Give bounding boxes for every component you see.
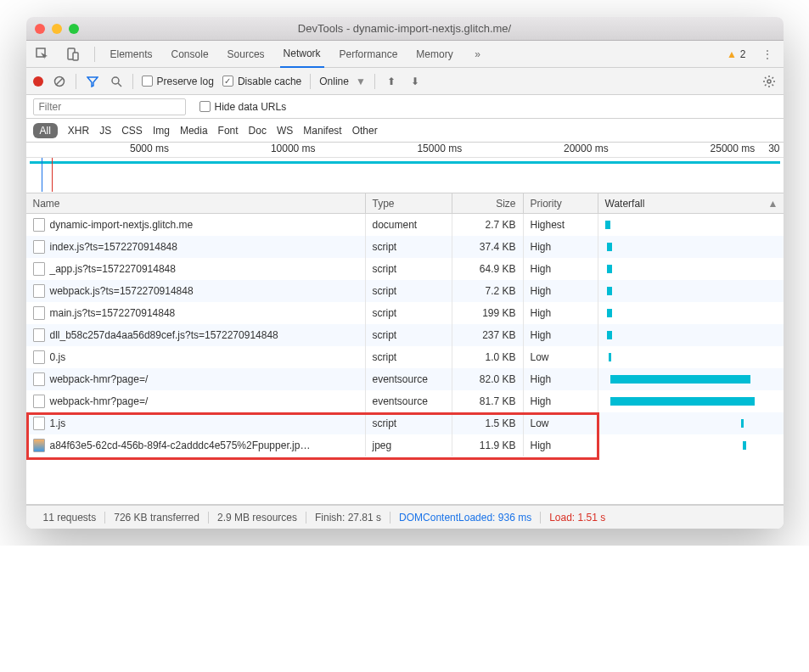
device-icon[interactable] [64, 45, 82, 64]
status-dcl: DOMContentLoaded: 936 ms [390, 512, 541, 524]
filter-img[interactable]: Img [153, 125, 170, 137]
request-size: 2.7 KB [452, 214, 524, 236]
request-type: script [366, 258, 452, 280]
file-icon [33, 240, 45, 254]
request-size: 7.2 KB [452, 280, 524, 302]
table-row[interactable]: main.js?ts=1572270914848script199 KBHigh [26, 302, 784, 324]
tab-performance[interactable]: Performance [336, 41, 402, 68]
tab-sources[interactable]: Sources [224, 41, 268, 68]
filter-input[interactable] [33, 98, 186, 115]
filter-icon[interactable] [85, 74, 100, 89]
table-row[interactable]: index.js?ts=1572270914848script37.4 KBHi… [26, 236, 784, 258]
file-icon [33, 262, 45, 276]
request-name: webpack.js?ts=1572270914848 [50, 285, 194, 297]
filter-xhr[interactable]: XHR [68, 125, 89, 137]
col-size[interactable]: Size [452, 193, 524, 213]
request-name: webpack-hmr?page=/ [50, 373, 149, 385]
request-size: 1.0 KB [452, 346, 524, 368]
record-button[interactable] [33, 76, 43, 87]
file-icon [33, 328, 45, 342]
request-waterfall [598, 214, 784, 236]
devtools-window: DevTools - dynamic-import-nextjs.glitch.… [26, 17, 784, 529]
request-waterfall [598, 236, 784, 258]
filter-css[interactable]: CSS [121, 125, 143, 137]
request-name: main.js?ts=1572270914848 [50, 307, 176, 319]
gear-icon[interactable] [761, 74, 777, 89]
request-name: dll_b58c257da4aa56d89cef.js?ts=157227091… [50, 329, 278, 341]
filter-other[interactable]: Other [352, 125, 378, 137]
col-waterfall[interactable]: Waterfall▲ [598, 193, 784, 213]
filter-doc[interactable]: Doc [249, 125, 267, 137]
filter-manifest[interactable]: Manifest [303, 125, 341, 137]
file-icon [33, 350, 45, 364]
kebab-icon[interactable]: ⋮ [758, 45, 777, 64]
throttle-select[interactable]: Online▼ [319, 76, 366, 87]
filter-media[interactable]: Media [180, 125, 208, 137]
request-priority: High [524, 302, 598, 324]
upload-icon[interactable]: ⬆ [384, 74, 399, 89]
warnings-badge[interactable]: ▲2 [727, 48, 746, 60]
tab-elements[interactable]: Elements [107, 41, 156, 68]
request-waterfall [598, 412, 784, 434]
filter-all[interactable]: All [33, 123, 58, 138]
request-priority: Low [524, 412, 598, 434]
request-priority: High [524, 236, 598, 258]
file-icon [33, 284, 45, 298]
window-title: DevTools - dynamic-import-nextjs.glitch.… [26, 22, 784, 35]
request-grid: Name Type Size Priority Waterfall▲ dynam… [26, 193, 784, 505]
tab-network[interactable]: Network [280, 41, 324, 68]
request-size: 237 KB [452, 324, 524, 346]
table-row[interactable]: dynamic-import-nextjs.glitch.medocument2… [26, 214, 784, 236]
status-requests: 11 requests [35, 512, 106, 524]
grid-header: Name Type Size Priority Waterfall▲ [26, 193, 784, 214]
table-row[interactable]: a84f63e5-62cd-456b-89f4-c2adddc4e575%2Fp… [26, 434, 784, 456]
request-priority: High [524, 324, 598, 346]
request-waterfall [598, 346, 784, 368]
inspect-icon[interactable] [33, 45, 52, 64]
hide-data-urls-checkbox[interactable]: Hide data URLs [199, 101, 287, 113]
search-icon[interactable] [109, 74, 124, 89]
table-row[interactable]: 1.jsscript1.5 KBLow [26, 412, 784, 434]
col-name[interactable]: Name [26, 193, 366, 213]
disable-cache-checkbox[interactable]: ✓Disable cache [222, 76, 301, 87]
request-name: 1.js [50, 417, 66, 429]
timeline-overview[interactable]: 5000 ms 10000 ms 15000 ms 20000 ms 25000… [26, 143, 784, 193]
filter-js[interactable]: JS [99, 125, 111, 137]
request-priority: High [524, 434, 598, 456]
request-type: script [366, 302, 452, 324]
request-type: script [366, 324, 452, 346]
status-finish: Finish: 27.81 s [306, 512, 390, 524]
network-toolbar: Preserve log ✓Disable cache Online▼ ⬆ ⬇ [26, 68, 784, 95]
col-type[interactable]: Type [366, 193, 452, 213]
tab-console[interactable]: Console [168, 41, 212, 68]
warning-icon: ▲ [727, 48, 737, 60]
more-tabs-icon[interactable]: » [469, 45, 487, 64]
download-icon[interactable]: ⬇ [407, 74, 423, 89]
request-waterfall [598, 434, 784, 456]
filter-font[interactable]: Font [218, 125, 239, 137]
request-waterfall [598, 324, 784, 346]
titlebar: DevTools - dynamic-import-nextjs.glitch.… [26, 17, 784, 41]
request-size: 82.0 KB [452, 368, 524, 390]
file-icon [33, 395, 45, 408]
request-priority: Low [524, 346, 598, 368]
filter-ws[interactable]: WS [277, 125, 293, 137]
table-row[interactable]: webpack-hmr?page=/eventsource82.0 KBHigh [26, 368, 784, 390]
table-row[interactable]: 0.jsscript1.0 KBLow [26, 346, 784, 368]
col-priority[interactable]: Priority [524, 193, 598, 213]
request-type: script [366, 280, 452, 302]
request-type: script [366, 236, 452, 258]
request-name: webpack-hmr?page=/ [50, 395, 149, 407]
table-row[interactable]: dll_b58c257da4aa56d89cef.js?ts=157227091… [26, 324, 784, 346]
table-row[interactable]: webpack.js?ts=1572270914848script7.2 KBH… [26, 280, 784, 302]
request-priority: Highest [524, 214, 598, 236]
request-size: 64.9 KB [452, 258, 524, 280]
request-type: eventsource [366, 368, 452, 390]
preserve-log-checkbox[interactable]: Preserve log [142, 76, 214, 87]
type-filter-bar: All XHR JS CSS Img Media Font Doc WS Man… [26, 119, 784, 143]
clear-icon[interactable] [52, 74, 67, 89]
request-waterfall [598, 390, 784, 412]
table-row[interactable]: webpack-hmr?page=/eventsource81.7 KBHigh [26, 390, 784, 412]
tab-memory[interactable]: Memory [413, 41, 456, 68]
table-row[interactable]: _app.js?ts=1572270914848script64.9 KBHig… [26, 258, 784, 280]
